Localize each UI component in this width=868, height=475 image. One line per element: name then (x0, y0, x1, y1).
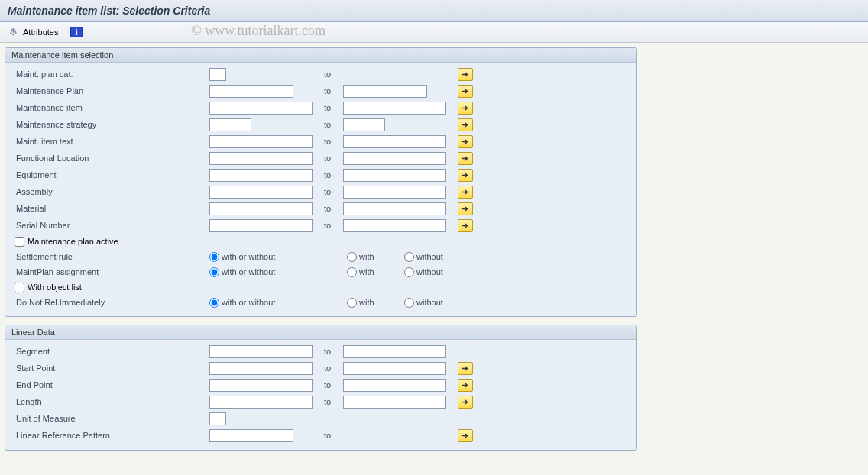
label-do-not-rel: Do Not Rel.Immediately (15, 298, 209, 307)
to-label: to (324, 187, 343, 196)
to-label: to (324, 120, 343, 129)
label-assembly: Assembly (15, 187, 209, 196)
label-linear-ref-pattern: Linear Reference Pattern (15, 431, 209, 440)
multi-select-button[interactable] (458, 429, 473, 442)
page-title: Maintenance item list: Selection Criteri… (0, 0, 868, 22)
attributes-label: Attributes (23, 27, 58, 37)
label-end-point: End Point (15, 380, 209, 389)
info-icon[interactable]: i (70, 27, 83, 37)
to-label: to (324, 397, 343, 406)
functional-location-from[interactable] (209, 152, 313, 165)
maintenance-item-to[interactable] (343, 102, 446, 115)
label-unit-of-measure: Unit of Measure (15, 414, 209, 423)
start-point-from[interactable] (209, 362, 313, 375)
group-maintenance-item-selection: Maintenance item selection Maint. plan c… (5, 47, 637, 317)
length-to[interactable] (343, 396, 446, 409)
multi-select-button[interactable] (458, 202, 473, 215)
label-start-point: Start Point (15, 364, 209, 373)
do-not-rel-with-or-without[interactable] (209, 298, 219, 308)
to-label: to (324, 103, 343, 112)
label-length: Length (15, 397, 209, 406)
label-serial-number: Serial Number (15, 221, 209, 230)
material-to[interactable] (343, 202, 446, 215)
maintplan-assign-with[interactable] (347, 267, 357, 277)
label-maint-plan-active: Maintenance plan active (28, 237, 118, 246)
equipment-to[interactable] (343, 169, 446, 182)
multi-select-button[interactable] (458, 85, 473, 98)
to-label: to (324, 204, 343, 213)
multi-select-button[interactable] (458, 379, 473, 392)
assembly-from[interactable] (209, 186, 313, 199)
maintplan-assign-with-or-without[interactable] (209, 267, 219, 277)
start-point-to[interactable] (343, 362, 446, 375)
maint-item-text-from[interactable] (209, 135, 313, 148)
label-maintplan-assignment: MaintPlan assignment (15, 267, 209, 276)
settlement-rule-with-or-without[interactable] (209, 252, 219, 262)
settlement-rule-with[interactable] (347, 252, 357, 262)
maint-plan-cat-from[interactable] (209, 68, 226, 81)
toolbar: Attributes i (0, 22, 868, 43)
functional-location-to[interactable] (343, 152, 446, 165)
label-maint-item-text: Maint. item text (15, 137, 209, 146)
maint-item-text-to[interactable] (343, 135, 446, 148)
multi-select-button[interactable] (458, 118, 473, 131)
label-segment: Segment (15, 347, 209, 356)
equipment-from[interactable] (209, 169, 313, 182)
label-maintenance-strategy: Maintenance strategy (15, 120, 209, 129)
to-label: to (324, 431, 343, 440)
length-from[interactable] (209, 396, 313, 409)
to-label: to (324, 380, 343, 389)
material-from[interactable] (209, 202, 313, 215)
to-label: to (324, 347, 343, 356)
multi-select-button[interactable] (458, 135, 473, 148)
attributes-button[interactable]: Attributes (6, 25, 61, 39)
to-label: to (324, 69, 343, 79)
to-label: to (324, 221, 343, 230)
label-with-object-list: With object list (28, 283, 82, 292)
do-not-rel-with[interactable] (347, 298, 357, 308)
maintenance-plan-to[interactable] (343, 85, 427, 98)
label-settlement-rule: Settlement rule (15, 252, 209, 261)
multi-select-button[interactable] (458, 68, 473, 81)
settlement-rule-without[interactable] (404, 252, 414, 262)
gear-icon (9, 27, 20, 37)
serial-number-from[interactable] (209, 219, 313, 232)
maintplan-assign-without[interactable] (404, 267, 414, 277)
label-maintenance-item: Maintenance item (15, 103, 209, 112)
label-maintenance-plan: Maintenance Plan (15, 86, 209, 95)
segment-to[interactable] (343, 345, 446, 358)
group-title: Maintenance item selection (5, 48, 636, 63)
multi-select-button[interactable] (458, 362, 473, 375)
maintenance-item-from[interactable] (209, 102, 313, 115)
maintenance-strategy-to[interactable] (343, 118, 385, 131)
label-functional-location: Functional Location (15, 153, 209, 163)
linear-ref-pattern-from[interactable] (209, 429, 293, 442)
group-linear-data: Linear Data Segment to Start Point to En… (5, 325, 637, 451)
assembly-to[interactable] (343, 186, 446, 199)
maintenance-strategy-from[interactable] (209, 118, 251, 131)
to-label: to (324, 364, 343, 373)
to-label: to (324, 153, 343, 163)
to-label: to (324, 86, 343, 95)
to-label: to (324, 170, 343, 179)
unit-of-measure-input[interactable] (209, 412, 226, 425)
do-not-rel-without[interactable] (404, 298, 414, 308)
serial-number-to[interactable] (343, 219, 446, 232)
segment-from[interactable] (209, 345, 313, 358)
with-object-list-checkbox[interactable] (15, 283, 24, 292)
to-label: to (324, 137, 343, 146)
end-point-to[interactable] (343, 379, 446, 392)
multi-select-button[interactable] (458, 186, 473, 199)
multi-select-button[interactable] (458, 152, 473, 165)
label-maint-plan-cat: Maint. plan cat. (15, 69, 209, 79)
multi-select-button[interactable] (458, 396, 473, 409)
group-title: Linear Data (5, 325, 636, 340)
maintenance-plan-active-checkbox[interactable] (15, 237, 24, 247)
multi-select-button[interactable] (458, 219, 473, 232)
label-equipment: Equipment (15, 170, 209, 179)
multi-select-button[interactable] (458, 102, 473, 115)
label-material: Material (15, 204, 209, 213)
multi-select-button[interactable] (458, 169, 473, 182)
maintenance-plan-from[interactable] (209, 85, 293, 98)
end-point-from[interactable] (209, 379, 313, 392)
